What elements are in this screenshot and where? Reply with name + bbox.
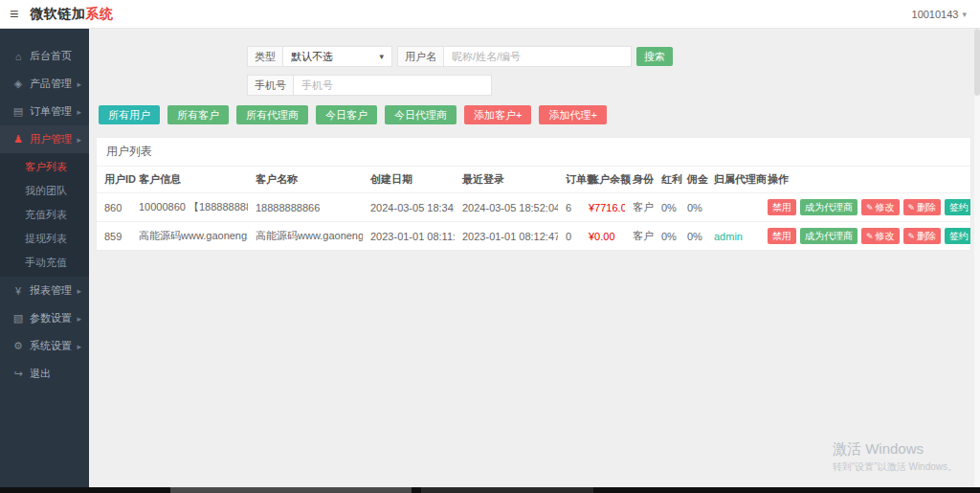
phone-input[interactable] xyxy=(293,75,492,96)
edit-button[interactable]: ✎修改 xyxy=(861,199,900,215)
hamburger-menu-icon[interactable]: ≡ xyxy=(10,7,18,22)
chevron-down-icon: ▾ xyxy=(962,10,967,19)
today-agents-button[interactable]: 今日代理商 xyxy=(385,105,457,124)
chevron-right-icon: ▸ xyxy=(77,342,81,351)
watermark-title: 激活 Windows xyxy=(833,440,957,459)
report-icon: ¥ xyxy=(11,285,25,297)
vertical-scrollbar[interactable] xyxy=(974,29,980,487)
sidebar-item-reports[interactable]: ¥ 报表管理 ▸ xyxy=(0,277,89,304)
chevron-right-icon: ▸ xyxy=(77,107,81,117)
taskbar-edge xyxy=(0,487,980,493)
all-users-button[interactable]: 所有用户 xyxy=(99,105,160,124)
chevron-right-icon: ▸ xyxy=(77,314,81,324)
cell-bonus: 0% xyxy=(654,193,679,222)
brand-accent-text: 系统 xyxy=(85,6,113,21)
user-list-panel: 用户列表 用户ID 客户信息 客户名称 创建日期 最近登录 订单数 账户余额 身… xyxy=(96,137,971,251)
col-header: 订单数 xyxy=(558,167,581,193)
brand-text: 微软链加 xyxy=(30,6,85,21)
cell-operations: 禁用 成为代理商 ✎修改 ✎删除 签约 资金流水 xyxy=(760,222,970,251)
cell-orders: 6 xyxy=(558,193,581,222)
cell-bonus: 0% xyxy=(654,222,679,251)
col-header: 客户信息 xyxy=(131,167,248,193)
cell-agent xyxy=(706,193,760,222)
submenu-item-my-team[interactable]: 我的团队 xyxy=(0,179,89,203)
cell-balance: ¥7716.00 xyxy=(581,193,625,222)
cell-info: 10000860 【18888888866】 xyxy=(131,193,248,222)
become-agent-button[interactable]: 成为代理商 xyxy=(800,199,858,215)
sidebar-item-products[interactable]: ◈ 产品管理 ▸ xyxy=(0,70,89,98)
order-icon: ▤ xyxy=(11,105,25,118)
col-header: 佣金 xyxy=(679,167,706,193)
cell-orders: 0 xyxy=(558,222,581,251)
edit-button[interactable]: ✎修改 xyxy=(861,228,900,244)
col-header: 客户名称 xyxy=(248,167,363,193)
add-customer-button[interactable]: 添加客户+ xyxy=(464,105,531,124)
dashboard-icon: ⌂ xyxy=(11,51,25,62)
username-label: 10010143 xyxy=(912,9,959,20)
col-header: 红利 xyxy=(654,167,679,193)
cell-balance: ¥0.00 xyxy=(581,222,625,251)
sign-contract-button[interactable]: 签约 xyxy=(945,199,970,215)
sidebar-item-label: 产品管理 xyxy=(30,77,72,91)
sidebar-item-logout[interactable]: ↪ 退出 xyxy=(0,360,89,388)
chevron-right-icon: ▸ xyxy=(77,79,81,89)
sidebar-item-label: 后台首页 xyxy=(30,49,72,63)
pencil-icon: ✎ xyxy=(866,203,874,213)
sidebar-item-label: 退出 xyxy=(30,367,51,381)
gear-icon: ⚙ xyxy=(11,340,25,352)
username-input[interactable] xyxy=(443,46,632,67)
type-select[interactable]: 默认不选 ▾ xyxy=(282,46,392,67)
cell-last-login: 2023-01-01 08:12:47 xyxy=(455,222,558,251)
cell-user-id: 859 xyxy=(97,222,131,251)
users-submenu: 客户列表 我的团队 充值列表 提现列表 手动充值 xyxy=(0,153,89,277)
top-navbar: ≡ 微软链加系统 10010143 ▾ xyxy=(0,0,980,29)
chevron-right-icon: ▸ xyxy=(77,286,81,296)
pencil-icon: ✎ xyxy=(866,232,874,241)
scrollbar-thumb[interactable] xyxy=(974,29,980,96)
all-customers-button[interactable]: 所有客户 xyxy=(167,105,229,124)
add-agent-button[interactable]: 添加代理+ xyxy=(539,105,606,124)
cell-identity: 客户 xyxy=(625,222,654,251)
user-icon: ♟ xyxy=(11,133,25,146)
cell-last-login: 2024-03-05 18:52:04 xyxy=(455,193,558,222)
disable-button[interactable]: 禁用 xyxy=(768,199,796,215)
cell-name: 18888888866 xyxy=(248,193,363,222)
taskbar-segment xyxy=(421,487,593,493)
delete-button[interactable]: ✎删除 xyxy=(903,199,942,215)
submenu-item-withdraw-list[interactable]: 提现列表 xyxy=(0,227,89,251)
submenu-item-manual-recharge[interactable]: 手动充值 xyxy=(0,251,89,275)
search-button[interactable]: 搜索 xyxy=(636,47,673,66)
sign-contract-button[interactable]: 签约 xyxy=(945,228,970,244)
col-header: 操作 xyxy=(760,167,970,193)
cell-identity: 客户 xyxy=(625,193,654,222)
product-icon: ◈ xyxy=(11,78,25,90)
sidebar-item-label: 系统设置 xyxy=(30,339,72,353)
cell-created: 2023-01-01 08:11:49 xyxy=(363,222,455,251)
sidebar-item-users[interactable]: ♟ 用户管理 ▸ xyxy=(0,125,89,153)
delete-button[interactable]: ✎删除 xyxy=(903,228,942,244)
today-customers-button[interactable]: 今日客户 xyxy=(316,105,377,124)
taskbar-segment xyxy=(170,487,412,493)
cell-info: 高能源码www.gaoneng.top xyxy=(131,222,248,251)
disable-button[interactable]: 禁用 xyxy=(768,228,796,244)
type-select-value: 默认不选 xyxy=(291,50,333,64)
table-row: 859 高能源码www.gaoneng.top 高能源码www.gaoneng.… xyxy=(97,222,970,251)
cell-commission: 0% xyxy=(679,193,706,222)
sidebar-item-label: 报表管理 xyxy=(30,283,72,298)
sidebar-item-orders[interactable]: ▤ 订单管理 ▸ xyxy=(0,98,89,125)
sidebar: ⌂ 后台首页 ◈ 产品管理 ▸ ▤ 订单管理 ▸ ♟ 用户管理 ▸ 客户列表 我… xyxy=(0,29,89,487)
sidebar-item-parameters[interactable]: ▧ 参数设置 ▸ xyxy=(0,304,89,332)
type-filter-group: 类型 默认不选 ▾ xyxy=(247,46,392,67)
submenu-item-recharge-list[interactable]: 充值列表 xyxy=(0,203,89,227)
user-dropdown[interactable]: 10010143 ▾ xyxy=(912,0,967,29)
type-label: 类型 xyxy=(247,46,282,67)
panel-title: 用户列表 xyxy=(97,138,970,167)
become-agent-button[interactable]: 成为代理商 xyxy=(800,228,858,244)
chevron-down-icon: ▾ xyxy=(379,52,384,61)
all-agents-button[interactable]: 所有代理商 xyxy=(236,105,308,124)
submenu-item-customer-list[interactable]: 客户列表 xyxy=(0,155,89,179)
sidebar-item-label: 参数设置 xyxy=(30,311,72,325)
sidebar-item-dashboard[interactable]: ⌂ 后台首页 xyxy=(0,42,89,70)
sidebar-item-system-settings[interactable]: ⚙ 系统设置 ▸ xyxy=(0,332,89,360)
logout-icon: ↪ xyxy=(11,368,25,380)
